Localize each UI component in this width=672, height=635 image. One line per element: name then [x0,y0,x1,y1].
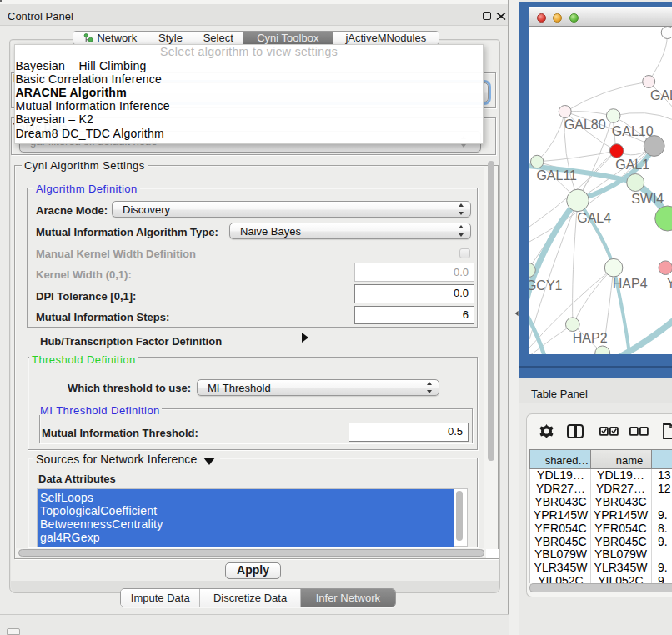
svg-text:GCY1: GCY1 [529,278,563,292]
svg-text:SWI4: SWI4 [631,192,664,206]
svg-text:GAL1: GAL1 [615,158,649,172]
svg-text:GAL80: GAL80 [564,118,605,132]
svg-text:Y: Y [666,276,672,290]
svg-text:GAL10: GAL10 [611,124,653,138]
svg-text:GAL2: GAL2 [650,88,672,102]
svg-text:GAL11: GAL11 [536,168,577,182]
svg-text:HAP4: HAP4 [612,277,647,291]
svg-text:GAL4: GAL4 [577,211,611,225]
svg-text:HAP2: HAP2 [572,331,607,345]
